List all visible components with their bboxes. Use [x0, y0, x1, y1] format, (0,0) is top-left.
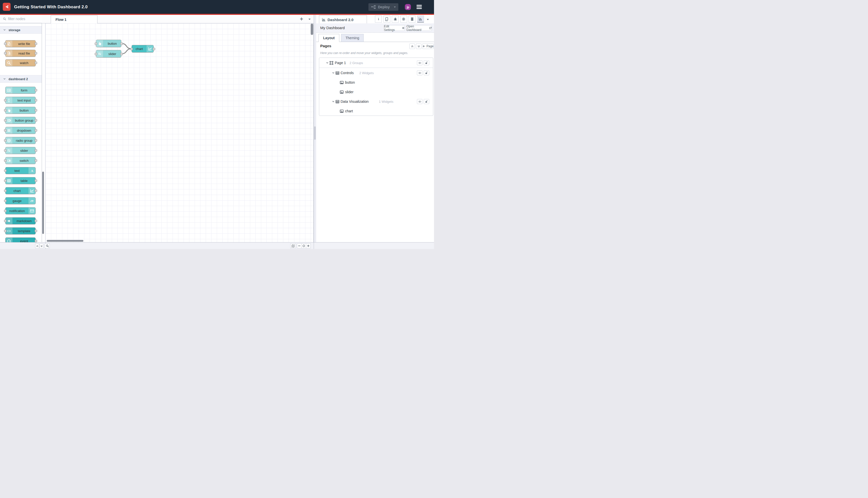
palette-node-dropdown[interactable]: dropdown: [5, 127, 36, 134]
canvas-horizontal-scrollbar[interactable]: [47, 240, 83, 242]
collapse-all-button[interactable]: [410, 43, 415, 49]
palette-node-text[interactable]: Atext: [5, 167, 36, 174]
palette-node-markdown[interactable]: markdown: [5, 217, 36, 224]
node-port-in[interactable]: [4, 169, 6, 172]
edit-settings-button[interactable]: Edit Settings: [384, 25, 405, 31]
lock-toggle-button[interactable]: [424, 70, 429, 75]
sidebar-toolbar-database-button[interactable]: [409, 16, 415, 23]
node-port-out[interactable]: [35, 240, 37, 242]
canvas-search-button[interactable]: [45, 244, 50, 248]
node-port-out[interactable]: [35, 109, 37, 112]
zoom-in-button[interactable]: [306, 244, 311, 248]
palette-node-event[interactable]: event: [5, 237, 36, 242]
tree-chevron-icon[interactable]: [332, 71, 335, 74]
node-port-in[interactable]: [4, 149, 6, 152]
node-port-in[interactable]: [4, 52, 6, 54]
node-port-out[interactable]: [153, 48, 155, 50]
node-port-in[interactable]: [4, 230, 6, 232]
node-port-in[interactable]: [4, 189, 6, 192]
canvas-node-button[interactable]: button: [96, 40, 121, 47]
palette-category-storage[interactable]: storage: [0, 26, 42, 34]
node-port-out[interactable]: [35, 159, 37, 162]
deploy-caret-icon[interactable]: [393, 5, 396, 9]
tree-chevron-icon[interactable]: [326, 61, 329, 64]
palette-node-template[interactable]: template: [5, 227, 36, 234]
deploy-button[interactable]: Deploy: [369, 3, 398, 11]
visibility-toggle-button[interactable]: [417, 60, 423, 65]
node-port-in[interactable]: [4, 159, 6, 162]
node-port-in[interactable]: [4, 220, 6, 222]
palette-node-watch[interactable]: watch: [5, 59, 36, 66]
node-port-in[interactable]: [4, 99, 6, 102]
tab-theming[interactable]: Theming: [341, 34, 364, 42]
flow-canvas[interactable]: buttonsliderchart: [45, 23, 314, 242]
node-port-out[interactable]: [120, 42, 123, 45]
node-port-out[interactable]: [35, 139, 37, 142]
lock-toggle-button[interactable]: [424, 99, 429, 104]
canvas-node-chart[interactable]: chart: [132, 45, 154, 53]
node-port-out[interactable]: [35, 62, 37, 64]
zoom-out-button[interactable]: [297, 244, 302, 248]
expand-all-button[interactable]: [416, 43, 422, 49]
node-port-in[interactable]: [4, 180, 6, 182]
node-port-out[interactable]: [35, 89, 37, 91]
node-port-in[interactable]: [95, 53, 97, 55]
palette-node-table[interactable]: table: [5, 177, 36, 184]
node-port-in[interactable]: [4, 210, 6, 212]
zoom-reset-button[interactable]: [302, 244, 306, 248]
palette-node-read-file[interactable]: read file: [5, 50, 36, 57]
tree-row-slider[interactable]: slider: [319, 87, 433, 97]
node-port-in[interactable]: [4, 139, 6, 142]
node-port-out[interactable]: [35, 220, 37, 222]
palette-category-dashboard-2[interactable]: dashboard 2: [0, 75, 42, 83]
palette-node-write-file[interactable]: write file: [5, 40, 36, 47]
tree-row-button[interactable]: button: [319, 78, 433, 87]
palette-node-button[interactable]: button: [5, 107, 36, 114]
separator-scroll-thumb[interactable]: [314, 127, 316, 140]
tree-chevron-icon[interactable]: [332, 100, 335, 103]
node-port-out[interactable]: [35, 52, 37, 54]
sidebar-tab-dashboard[interactable]: Dashboard 2.0: [319, 15, 367, 24]
node-port-out[interactable]: [35, 149, 37, 152]
sidebar-toolbar-gear-button[interactable]: [400, 16, 407, 23]
sidebar-toolbar-bar-chart-button[interactable]: [417, 16, 424, 23]
visibility-toggle-button[interactable]: [417, 99, 423, 104]
visibility-toggle-button[interactable]: [417, 70, 423, 75]
user-avatar[interactable]: jp: [405, 4, 411, 10]
node-port-in[interactable]: [4, 199, 6, 202]
node-port-out[interactable]: [120, 53, 123, 55]
node-port-out[interactable]: [35, 119, 37, 122]
node-port-out[interactable]: [35, 189, 37, 192]
add-flow-icon[interactable]: [299, 17, 304, 21]
sidebar-toolbar-book-button[interactable]: [384, 16, 390, 23]
node-port-out[interactable]: [35, 129, 37, 132]
node-port-out[interactable]: [35, 99, 37, 102]
node-port-in[interactable]: [4, 129, 6, 132]
palette-node-gauge[interactable]: gauge: [5, 197, 36, 204]
node-port-in[interactable]: [4, 119, 6, 122]
canvas-vertical-scrollbar[interactable]: [311, 24, 313, 35]
sidebar-toolbar-bug-button[interactable]: [392, 16, 399, 23]
navigator-map-button[interactable]: [290, 244, 296, 248]
tree-row-chart[interactable]: chart: [319, 106, 433, 116]
node-port-out[interactable]: [35, 42, 37, 45]
lock-toggle-button[interactable]: [424, 60, 429, 65]
flow-list-caret-icon[interactable]: [308, 17, 311, 21]
node-port-out[interactable]: [35, 230, 37, 232]
palette-collapse-categories-button[interactable]: [35, 244, 39, 248]
node-port-in[interactable]: [4, 109, 6, 112]
tree-row-controls[interactable]: Controls2 Widgets: [319, 68, 433, 78]
node-port-in[interactable]: [130, 48, 133, 50]
node-port-in[interactable]: [95, 42, 97, 45]
palette-expand-categories-button[interactable]: [39, 244, 43, 248]
canvas-node-slider[interactable]: slider: [96, 50, 121, 57]
open-dashboard-button[interactable]: Open Dashboard: [406, 25, 432, 31]
palette-node-notification[interactable]: notification: [5, 207, 36, 214]
flow-tab[interactable]: Flow 1: [51, 15, 97, 23]
sidebar-toolbar-info-button[interactable]: i: [375, 16, 382, 23]
tree-row-data-visualization[interactable]: Data Visualization1 Widgets: [319, 97, 433, 106]
sidebar-tabs-caret-icon[interactable]: [426, 18, 429, 21]
tab-layout[interactable]: Layout: [319, 34, 339, 42]
node-port-out[interactable]: [35, 180, 37, 182]
tree-row-page-1[interactable]: Page 12 Groups: [319, 58, 433, 68]
